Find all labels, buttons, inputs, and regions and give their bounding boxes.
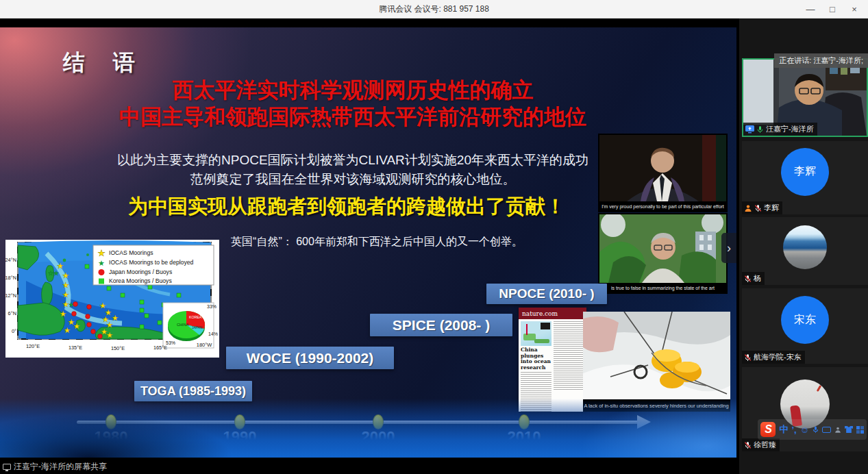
svg-text:24°N: 24°N xyxy=(5,257,16,263)
ime-person-icon[interactable] xyxy=(834,426,841,434)
svg-text:★: ★ xyxy=(62,271,69,279)
svg-text:18°N: 18°N xyxy=(5,275,16,281)
svg-text:180°W: 180°W xyxy=(197,342,212,348)
active-speaker-banner: 正在讲话: 汪嘉宁-海洋所; xyxy=(774,53,868,68)
svg-text:135°E: 135°E xyxy=(69,345,82,351)
sogou-logo-icon[interactable]: S xyxy=(760,422,776,437)
legend-yellow-star-icon: ★ xyxy=(97,248,106,258)
close-button[interactable]: × xyxy=(845,2,864,17)
legend-label: Korea Moorings / Buoys xyxy=(109,277,172,284)
nature-site-banner: nature.com xyxy=(519,308,586,319)
ime-emoji-icon[interactable]: ☺ xyxy=(800,425,809,435)
participant-name: 徐哲臻 xyxy=(754,440,776,450)
svg-text:★: ★ xyxy=(112,314,119,322)
legend-red-dot-icon xyxy=(99,269,105,275)
participant-tile-yang[interactable]: 杨 xyxy=(742,217,868,285)
participant-tile-songdong[interactable]: 宋东 航海学院-宋东 xyxy=(742,288,868,364)
video-caption: is true to false in summarizing the stat… xyxy=(599,283,726,292)
buoy-video-still: A lack of in-situ observations severely … xyxy=(583,312,730,412)
slide-section-title: 结 语 xyxy=(63,48,146,78)
ime-keyboard-icon[interactable] xyxy=(822,427,831,433)
slide-headline: 西太平洋实时科学观测网历史性的确立 中国主导和领跑国际热带西太平洋前沿研究的地位 xyxy=(0,77,706,130)
mic-muted-icon xyxy=(744,441,752,449)
mic-muted-icon xyxy=(744,275,752,283)
share-status-text: 汪嘉宁-海洋所的屏幕共享 xyxy=(14,461,107,473)
svg-text:★: ★ xyxy=(62,290,69,299)
timeline-label-woce: WOCE (1990-2002) xyxy=(226,347,394,369)
ime-toolbox-icon[interactable] xyxy=(856,426,864,434)
maximize-button[interactable]: □ xyxy=(823,2,842,17)
moorings-map: ★★★ ★★★ ★★★ ★★★ ★★★ ★ ★★★ xyxy=(5,240,219,358)
timeline-label-npoce: NPOCE (2010- ) xyxy=(486,284,607,304)
svg-text:★: ★ xyxy=(73,322,80,330)
screen-share-status-icon xyxy=(3,464,11,470)
participant-name: 李辉 xyxy=(764,203,779,213)
testimonial-video-bottom: is true to false in summarizing the stat… xyxy=(598,213,728,294)
host-person-icon xyxy=(744,204,752,212)
legend-green-star-icon: ★ xyxy=(98,259,105,267)
screen-share-icon xyxy=(745,125,754,134)
pie-japan-pct: 14% xyxy=(208,332,218,336)
svg-text:★: ★ xyxy=(53,270,59,277)
headline-line1: 西太平洋实时科学观测网历史性的确立 xyxy=(0,77,706,103)
svg-text:6°N: 6°N xyxy=(8,310,16,316)
legend-label: Japan Moorings / Buoys xyxy=(109,269,172,275)
legend-green-square-icon xyxy=(99,279,104,284)
presentation-slide: 结 语 西太平洋实时科学观测网历史性的确立 中国主导和领跑国际热带西太平洋前沿研… xyxy=(0,27,736,458)
window-titlebar: 腾讯会议 会议号: 881 957 188 — □ × xyxy=(0,0,868,18)
nature-text-lines xyxy=(554,321,584,390)
svg-text:0°: 0° xyxy=(12,328,16,334)
svg-text:150°E: 150°E xyxy=(111,345,125,351)
pie-korea-pct: 33% xyxy=(207,304,216,309)
legend-label: IOCAS Moorings to be deployed xyxy=(109,259,193,266)
participant-tile-lihui[interactable]: 李辉 李辉 xyxy=(742,141,868,214)
sidebar-collapse-button[interactable]: › xyxy=(721,233,736,263)
pie-korea-label: KOREA xyxy=(189,315,202,319)
pie-china-label: CHINA xyxy=(177,323,189,327)
window-title: 腾讯会议 会议号: 881 957 188 xyxy=(379,3,489,15)
svg-text:★: ★ xyxy=(57,262,64,270)
map-legend: ★ ★ IOCAS Moorings IOCAS Moorings to be … xyxy=(93,245,214,285)
timeline-label-spice: SPICE (2008- ) xyxy=(370,314,512,336)
svg-text:★: ★ xyxy=(64,326,71,334)
participant-name: 汪嘉宁-海洋所 xyxy=(766,124,814,134)
participant-tile-wangjianing[interactable]: 汪嘉宁-海洋所 xyxy=(742,58,868,137)
mic-muted-icon xyxy=(744,353,752,362)
ime-language-mode[interactable]: 中 xyxy=(779,423,788,436)
svg-text:12°N: 12°N xyxy=(5,292,16,299)
avatar-sea-photo xyxy=(783,225,827,269)
minimize-button[interactable]: — xyxy=(801,2,820,17)
participants-sidebar: 正在讲话: 汪嘉宁-海洋所; 汪嘉宁-海洋所 xyxy=(736,18,868,474)
headline-line2: 中国主导和领跑国际热带西太平洋前沿研究的地位 xyxy=(0,103,706,130)
screen-share-area: 结 语 西太平洋实时科学观测网历史性的确立 中国主导和领跑国际热带西太平洋前沿研… xyxy=(0,18,736,474)
testimonial-video-top: I'm very proud personally to be part of … xyxy=(598,134,728,212)
svg-text:165°E: 165°E xyxy=(153,345,167,351)
ime-toolbar[interactable]: S 中 ’, ☺ xyxy=(758,419,867,440)
slide-highlight-line: 为中国实现从跟跑者到领跑者的跨越做出了贡献！ xyxy=(0,193,693,221)
legend-label: IOCAS Moorings xyxy=(109,249,153,256)
pie-japan-label: JAPAN xyxy=(192,326,203,329)
ocean-wave-footer xyxy=(0,399,736,458)
ime-voice-icon[interactable] xyxy=(813,425,819,434)
ime-skin-icon[interactable] xyxy=(845,426,853,433)
nature-article-clipping: nature.com China plunges into ocean rese… xyxy=(519,308,586,412)
nature-photo-thumb xyxy=(541,323,550,329)
avatar: 宋东 xyxy=(781,296,829,344)
svg-text:120°E: 120°E xyxy=(26,343,40,349)
video-caption: I'm very proud personally to be part of … xyxy=(599,201,726,211)
nature-article-map xyxy=(521,321,551,346)
share-status-bar: 汪嘉宁-海洋所的屏幕共享 xyxy=(3,461,107,473)
nature-headline: China plunges into ocean research xyxy=(521,347,551,371)
scientist-outdoor-still xyxy=(599,214,726,283)
mic-muted-icon xyxy=(754,204,762,212)
ime-punctuation-icon[interactable]: ’, xyxy=(791,425,796,435)
svg-text:★: ★ xyxy=(106,331,113,339)
svg-text:★: ★ xyxy=(60,310,66,318)
avatar: 李辉 xyxy=(781,148,829,196)
svg-text:★: ★ xyxy=(62,281,69,289)
mic-on-icon xyxy=(756,125,764,134)
participant-name: 杨 xyxy=(754,273,761,284)
speaker-podium-still xyxy=(599,135,726,201)
svg-text:★: ★ xyxy=(48,270,53,277)
participant-name: 航海学院-宋东 xyxy=(754,352,802,362)
